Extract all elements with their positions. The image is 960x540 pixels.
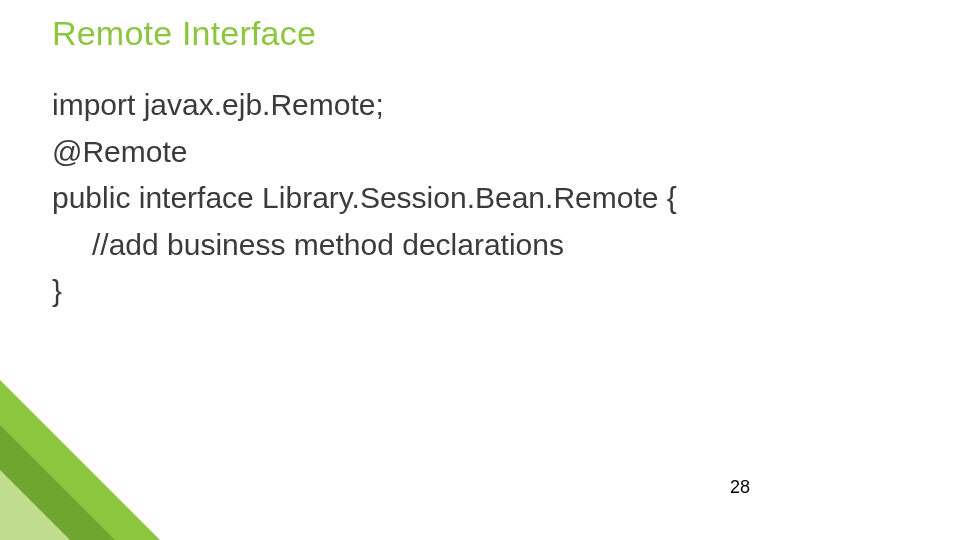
code-line: import javax.ejb.Remote; bbox=[52, 82, 920, 129]
svg-marker-2 bbox=[0, 470, 70, 540]
page-number: 28 bbox=[730, 477, 750, 498]
corner-decor-icon bbox=[0, 340, 220, 540]
code-line: //add business method declarations bbox=[52, 222, 920, 269]
svg-marker-1 bbox=[0, 425, 115, 540]
code-line: public interface Library.Session.Bean.Re… bbox=[52, 175, 920, 222]
slide: Remote Interface import javax.ejb.Remote… bbox=[0, 0, 960, 540]
code-line: @Remote bbox=[52, 129, 920, 176]
code-block: import javax.ejb.Remote; @Remote public … bbox=[52, 82, 920, 315]
slide-title: Remote Interface bbox=[52, 14, 316, 53]
code-line: } bbox=[52, 268, 920, 315]
svg-marker-0 bbox=[0, 380, 160, 540]
